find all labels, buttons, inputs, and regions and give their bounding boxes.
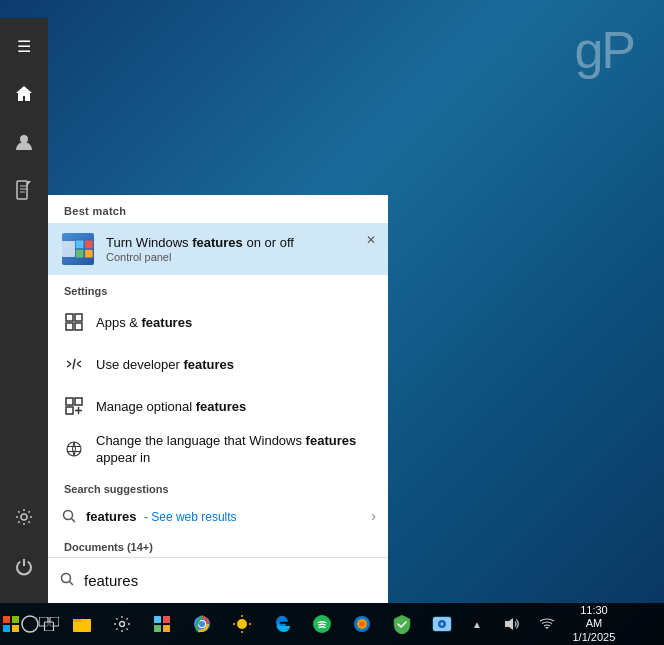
svg-rect-19 (66, 398, 73, 405)
hamburger-menu[interactable]: ☰ (0, 22, 48, 70)
language-text: Change the language that Windows feature… (96, 433, 376, 467)
svg-point-56 (360, 622, 365, 627)
taskbar-browser[interactable] (183, 603, 221, 645)
suggestion-text: features - See web results (86, 509, 371, 524)
sidebar-power[interactable] (0, 543, 48, 591)
tray-expand[interactable]: ▲ (461, 603, 492, 645)
close-button[interactable]: ✕ (362, 231, 380, 249)
svg-marker-60 (505, 618, 513, 630)
taskbar-edge[interactable] (263, 603, 301, 645)
search-results: Best match Turn Windo (48, 195, 388, 557)
best-match-text: Turn Windows features on or off Control … (106, 235, 376, 263)
svg-line-30 (70, 582, 74, 586)
svg-rect-1 (17, 181, 27, 199)
svg-line-17 (77, 364, 81, 367)
settings-item-apps-features[interactable]: Apps & features (48, 301, 388, 343)
svg-point-40 (120, 622, 125, 627)
svg-point-5 (21, 514, 27, 520)
svg-line-15 (67, 364, 71, 367)
taskbar-spotify[interactable] (303, 603, 341, 645)
svg-point-59 (441, 623, 444, 626)
svg-line-28 (72, 519, 76, 523)
sidebar-bottom (0, 493, 48, 603)
task-view-button[interactable] (39, 603, 59, 645)
sidebar-home[interactable] (0, 70, 48, 118)
svg-rect-34 (12, 625, 19, 632)
apps-features-text: Apps & features (96, 315, 192, 330)
taskbar-pinned-apps (59, 603, 461, 645)
start-button[interactable] (0, 603, 21, 645)
svg-rect-44 (163, 625, 170, 632)
tray-notification[interactable] (625, 603, 656, 645)
search-input-bar (48, 557, 388, 603)
svg-rect-21 (66, 407, 73, 414)
taskbar-clock[interactable]: 11:30 AM 1/1/2025 (567, 604, 621, 644)
taskbar-file-explorer[interactable] (63, 603, 101, 645)
svg-rect-43 (154, 625, 161, 632)
svg-rect-42 (163, 616, 170, 623)
svg-rect-12 (66, 323, 73, 330)
tray-volume[interactable] (497, 603, 528, 645)
optional-text: Manage optional features (96, 399, 246, 414)
taskbar: ▲ 11:30 AM 1/1/2025 (0, 603, 664, 645)
taskbar-search[interactable] (21, 603, 39, 645)
see-web-results-text: - See web results (141, 510, 237, 524)
svg-rect-7 (86, 241, 94, 249)
best-match-title: Turn Windows features on or off (106, 235, 376, 250)
developer-icon (60, 350, 88, 378)
svg-rect-32 (12, 616, 19, 623)
taskbar-store[interactable] (143, 603, 181, 645)
suggestions-header: Search suggestions (48, 473, 388, 499)
settings-item-language[interactable]: Change the language that Windows feature… (48, 427, 388, 473)
best-match-header: Best match (48, 195, 388, 223)
apps-features-icon (60, 308, 88, 336)
svg-rect-10 (66, 314, 73, 321)
search-input[interactable] (84, 572, 376, 589)
suggestion-arrow-icon: › (371, 508, 376, 524)
svg-point-47 (199, 621, 205, 627)
search-suggestion-icon (60, 507, 78, 525)
svg-rect-11 (75, 314, 82, 321)
svg-rect-13 (75, 323, 82, 330)
svg-point-24 (67, 442, 81, 456)
settings-item-developer[interactable]: Use developer features (48, 343, 388, 385)
svg-rect-9 (86, 250, 94, 258)
system-tray: ▲ 11:30 AM 1/1/2025 (461, 603, 664, 645)
svg-rect-20 (75, 398, 82, 405)
windows-features-icon (60, 231, 96, 267)
settings-header: Settings (48, 275, 388, 301)
svg-point-29 (62, 574, 71, 583)
svg-point-27 (64, 511, 73, 520)
suggestion-item[interactable]: features - See web results › (48, 499, 388, 533)
sidebar-documents[interactable] (0, 166, 48, 214)
svg-point-0 (20, 135, 28, 143)
best-match-item[interactable]: Turn Windows features on or off Control … (48, 223, 388, 275)
taskbar-disk[interactable] (423, 603, 461, 645)
taskbar-settings[interactable] (103, 603, 141, 645)
best-match-subtitle: Control panel (106, 251, 376, 263)
optional-features-icon (60, 392, 88, 420)
sidebar-user[interactable] (0, 118, 48, 166)
taskbar-weather[interactable] (223, 603, 261, 645)
sidebar-settings[interactable] (0, 493, 48, 541)
desktop: gP ☰ (0, 0, 664, 645)
svg-rect-31 (3, 616, 10, 623)
start-sidebar: ☰ (0, 18, 48, 603)
svg-point-48 (237, 619, 247, 629)
svg-rect-61 (633, 617, 647, 631)
developer-text: Use developer features (96, 357, 234, 372)
svg-rect-41 (154, 616, 161, 623)
language-icon (60, 435, 88, 463)
tray-network[interactable] (532, 603, 563, 645)
settings-item-optional[interactable]: Manage optional features (48, 385, 388, 427)
svg-point-35 (22, 616, 38, 632)
svg-rect-6 (76, 241, 84, 249)
taskbar-security[interactable] (383, 603, 421, 645)
svg-rect-38 (45, 622, 54, 631)
documents-header: Documents (14+) (48, 533, 388, 557)
search-icon (60, 572, 74, 589)
svg-rect-8 (76, 250, 84, 258)
svg-line-18 (73, 359, 75, 369)
taskbar-firefox[interactable] (343, 603, 381, 645)
svg-rect-33 (3, 625, 10, 632)
